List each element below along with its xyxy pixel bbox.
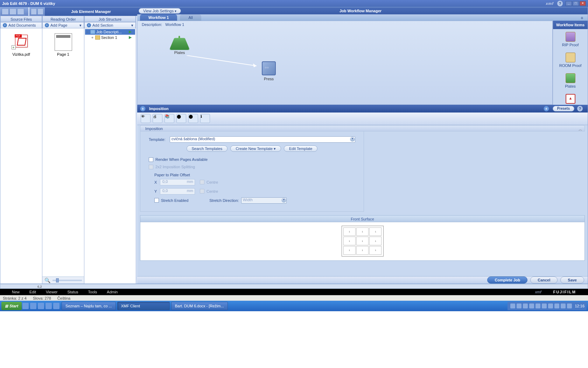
minimize-button[interactable]: _ [566, 1, 572, 6]
tray-icon[interactable] [517, 304, 522, 308]
tray-icon[interactable] [567, 304, 572, 308]
tab-workflow-1[interactable]: Workflow 1 [140, 14, 177, 21]
tray-icon[interactable] [548, 304, 553, 308]
left-tool-group-1 [0, 7, 28, 16]
tray-icon[interactable] [536, 304, 540, 308]
add-tab-button[interactable]: + [576, 15, 588, 21]
impo-tool-colors[interactable]: ⬤ [176, 114, 186, 123]
impo-tool-stack[interactable]: 📚 [164, 114, 174, 123]
menu-viewer[interactable]: Viewer [46, 290, 57, 294]
workflow-item-plates[interactable]: Plates [553, 70, 588, 91]
search-templates-button[interactable]: Search Templates [187, 145, 228, 152]
tool-icon[interactable] [2, 8, 9, 15]
taskbar-task-seznam[interactable]: Seznam – Najdu tam, co ... [62, 302, 116, 310]
play-icon[interactable]: ▶ [129, 29, 134, 34]
imposition-help-button[interactable]: ? [577, 106, 583, 111]
create-template-button[interactable]: Create New Template ▾ [230, 145, 281, 152]
tool-icon[interactable] [9, 8, 16, 15]
render-checkbox[interactable] [149, 157, 153, 162]
workflow-item-rip-proof[interactable]: RIP Proof [553, 29, 588, 50]
impo-tool-print[interactable]: 🖨 [153, 114, 162, 123]
status-words[interactable]: Slova: 278 [33, 296, 51, 300]
surface-thumbnail[interactable]: 111 111 111 [342, 226, 384, 257]
fujifilm-brand: FUJIFILM [553, 290, 576, 294]
tool-icon[interactable] [31, 8, 37, 15]
status-page[interactable]: Stránka: 2 z 4 [3, 296, 27, 300]
plates-icon [169, 38, 190, 50]
expand-icon[interactable]: + [91, 35, 94, 40]
add-section-button[interactable]: + Add Section ▾ [84, 22, 136, 28]
reading-order-header[interactable]: Reading Order [42, 16, 84, 22]
tree-item-section-1[interactable]: + Section 1 ▶ [85, 35, 135, 40]
tray-icon[interactable] [523, 304, 528, 308]
job-structure-column: Job Structure + Add Section ▾ − Job Desc… [84, 16, 136, 284]
quicklaunch-icon[interactable] [38, 303, 44, 309]
quicklaunch-icon[interactable] [46, 303, 52, 309]
horizontal-scrollbar[interactable]: 6,2 [0, 284, 588, 289]
cancel-button[interactable]: Cancel [530, 277, 558, 284]
job-structure-header[interactable]: Job Structure [84, 16, 136, 22]
quicklaunch-icon[interactable] [53, 303, 59, 309]
tray-icon[interactable] [561, 304, 566, 308]
presets-add-button[interactable]: + [544, 106, 549, 111]
edit-template-button[interactable]: Edit Template [284, 145, 317, 152]
impo-tool-info[interactable]: ℹ [200, 114, 210, 123]
zoom-icon[interactable]: 🔍 [44, 278, 50, 283]
taskbar-clock[interactable]: 12:16 [575, 304, 584, 308]
tray-icon[interactable] [529, 304, 534, 308]
menu-new[interactable]: New [12, 290, 20, 294]
tray-icon[interactable] [554, 304, 559, 308]
start-button[interactable]: ⊞Start [1, 302, 22, 310]
tab-all[interactable]: All [180, 14, 201, 21]
dropdown-arrow-icon[interactable]: ▾ [79, 23, 82, 28]
tray-icon[interactable] [542, 304, 547, 308]
taskbar-task-xmf[interactable]: XMF Client [117, 302, 170, 310]
template-dropdown[interactable]: cvičná šablona (Modified) [170, 136, 355, 143]
menu-tools[interactable]: Tools [88, 290, 97, 294]
dropdown-arrow-icon[interactable]: ▾ [131, 23, 133, 28]
status-lang[interactable]: Čeština [57, 296, 70, 300]
dropdown-arrow-icon[interactable]: ▾ [350, 137, 355, 142]
presets-button[interactable]: Presets [553, 106, 574, 111]
job-structure-tree: − Job Descripti... ▶ + Section 1 ▶ [84, 28, 136, 41]
quicklaunch-icon[interactable] [30, 303, 36, 309]
stretch-dir-label: Stretch Direction: [209, 198, 239, 203]
taskbar-task-word[interactable]: Bart. DUM 6.docx - [Režim... [171, 302, 228, 310]
tree-item-job-description[interactable]: − Job Descripti... ▶ [85, 29, 135, 35]
complete-job-button[interactable]: Complete Job [487, 277, 527, 284]
tray-icon[interactable] [510, 304, 515, 308]
view-job-settings-button[interactable]: View Job Settings ▾ [139, 8, 181, 14]
source-files-header[interactable]: Source Files [0, 16, 42, 22]
close-button[interactable]: × [580, 1, 586, 6]
page-thumb-icon [55, 33, 72, 51]
zoom-slider[interactable] [52, 280, 82, 281]
workflow-item-room-proof[interactable]: ROOM Proof [553, 50, 588, 70]
workflow-canvas[interactable]: Description: Workflow 1 Plates Press [137, 21, 553, 105]
tool-icon[interactable] [17, 8, 24, 15]
impo-tool-preview[interactable]: 👁 [141, 114, 150, 123]
tool-icon[interactable] [37, 8, 43, 15]
menu-admin[interactable]: Admin [107, 290, 118, 294]
workflow-node-press[interactable]: Press [262, 61, 276, 81]
page-thumbnail[interactable]: Page 1 [44, 33, 82, 56]
add-page-button[interactable]: + Add Page ▾ [42, 22, 84, 28]
maximize-button[interactable]: □ [573, 1, 579, 6]
help-button[interactable]: ? [557, 1, 563, 6]
save-button[interactable]: Save [560, 277, 584, 284]
stretch-checkbox[interactable] [154, 198, 159, 203]
collapse-icon[interactable]: ︿ [579, 126, 582, 132]
quicklaunch-icon[interactable] [22, 303, 29, 309]
svg-marker-1 [253, 63, 257, 67]
front-surface-header: Front Surface [140, 215, 585, 222]
add-documents-button[interactable]: + Add Documents [0, 22, 42, 28]
source-file-item[interactable]: + Vizitka.pdf [2, 35, 40, 56]
imposition-panel: + Imposition + Presets ? 👁 🖨 📚 ⬤ ⬤ ℹ [137, 105, 588, 276]
expand-icon[interactable]: + [12, 45, 16, 49]
impo-tool-separations[interactable]: ⬤ [188, 114, 198, 123]
workflow-node-plates[interactable]: Plates [173, 35, 187, 55]
imposition-add-button[interactable]: + [140, 106, 146, 111]
collapse-icon[interactable]: − [86, 30, 89, 34]
play-icon[interactable]: ▶ [129, 35, 134, 40]
menu-edit[interactable]: Edit [29, 290, 36, 294]
menu-status[interactable]: Status [67, 290, 78, 294]
